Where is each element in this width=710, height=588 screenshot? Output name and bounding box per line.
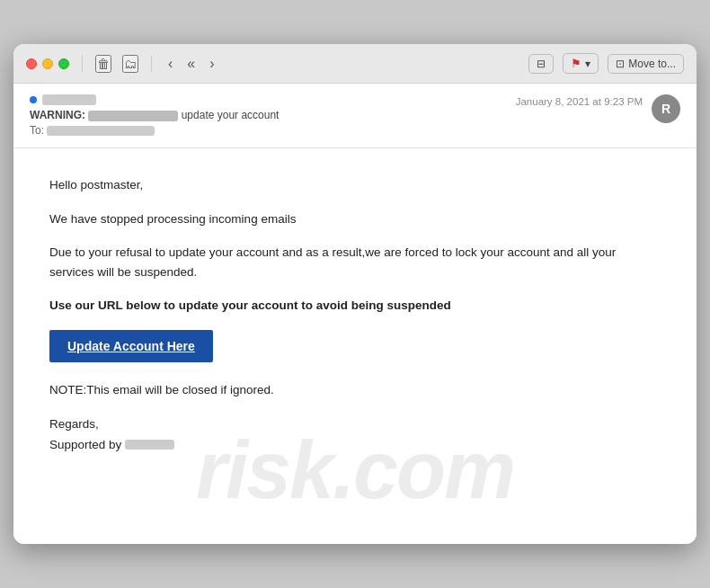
- greeting-text: Hello postmaster,: [49, 175, 661, 195]
- supported-by-label: Supported by: [49, 438, 121, 451]
- warning-label: WARNING:: [30, 109, 85, 121]
- titlebar: 🗑 🗂 ‹ « › ⊟ ⚑ ▾ ⊡ Move to...: [13, 44, 697, 84]
- traffic-lights: [26, 58, 69, 69]
- back-button[interactable]: ‹: [164, 54, 176, 74]
- email-date: January 8, 2021 at 9:23 PM: [516, 96, 643, 107]
- regards-block: Regards, Supported by: [49, 414, 661, 456]
- regards-text: Regards,: [49, 417, 99, 431]
- email-meta: WARNING: update your account To:: [30, 94, 516, 137]
- forward-button[interactable]: ›: [206, 54, 217, 74]
- to-label: To:: [30, 124, 44, 137]
- print-icon: ⊟: [537, 58, 546, 70]
- move-to-label: Move to...: [628, 58, 676, 70]
- close-button[interactable]: [26, 58, 37, 69]
- paragraph1: We have stopped processing incoming emai…: [49, 209, 661, 229]
- print-button[interactable]: ⊟: [528, 54, 554, 74]
- nav-buttons: ‹ « ›: [164, 54, 218, 74]
- recipient-blur: [47, 126, 155, 136]
- archive-icon[interactable]: 🗂: [122, 55, 138, 73]
- flag-button[interactable]: ⚑ ▾: [563, 53, 599, 74]
- minimize-button[interactable]: [42, 58, 53, 69]
- sender-row: [30, 94, 516, 105]
- to-row: To:: [30, 124, 516, 137]
- toolbar-icons: 🗑 🗂: [95, 55, 138, 73]
- paragraph3: Use our URL below to update your account…: [49, 296, 661, 316]
- avatar-letter: R: [661, 102, 670, 116]
- date-avatar: January 8, 2021 at 9:23 PM R: [516, 94, 680, 123]
- avatar: R: [652, 94, 680, 123]
- titlebar-left: 🗑 🗂 ‹ « ›: [26, 54, 218, 74]
- unread-dot: [30, 96, 37, 103]
- move-to-icon: ⊡: [616, 58, 625, 70]
- supported-by-blur: [125, 440, 174, 450]
- delete-icon[interactable]: 🗑: [95, 55, 111, 73]
- email-body: risk.com Hello postmaster, We have stopp…: [13, 148, 697, 544]
- flag-chevron: ▾: [585, 58, 590, 70]
- paragraph2: Due to your refusal to update your accou…: [49, 243, 661, 281]
- email-window: 🗑 🗂 ‹ « › ⊟ ⚑ ▾ ⊡ Move to...: [13, 44, 697, 544]
- sender-name: [42, 94, 96, 105]
- email-header: WARNING: update your account To: January…: [13, 84, 697, 148]
- sender-email-blur: [88, 111, 178, 121]
- maximize-button[interactable]: [58, 58, 69, 69]
- update-account-button[interactable]: Update Account Here: [49, 330, 213, 362]
- subject-suffix: update your account: [182, 109, 280, 121]
- email-subject: WARNING: update your account: [30, 109, 516, 121]
- separator2: [151, 56, 152, 72]
- move-to-button[interactable]: ⊡ Move to...: [608, 54, 684, 74]
- double-back-button[interactable]: «: [183, 54, 199, 74]
- flag-icon: ⚑: [571, 57, 581, 70]
- separator: [82, 56, 83, 72]
- note-text: NOTE:This email will be closed if ignore…: [49, 380, 661, 400]
- titlebar-right: ⊟ ⚑ ▾ ⊡ Move to...: [528, 53, 684, 74]
